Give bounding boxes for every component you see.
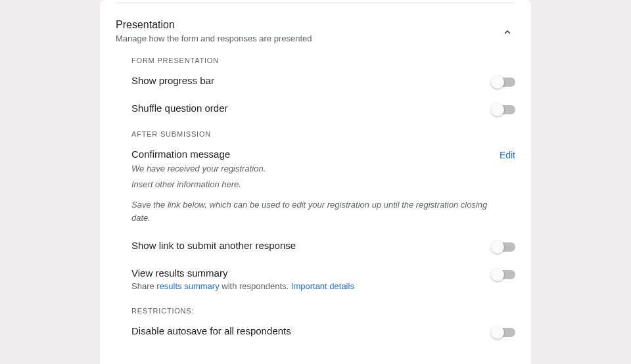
toggle-disable-autosave[interactable]: [493, 328, 515, 337]
setting-label: Disable autosave for all respondents: [131, 325, 482, 336]
setting-text: Show progress bar: [131, 75, 493, 86]
confirmation-message-help: Save the link below, which can be used t…: [131, 198, 489, 224]
divider: [116, 3, 515, 3]
settings-content: FORM PRESENTATION Show progress bar Shuf…: [116, 57, 515, 337]
view-results-description: Share results summary with respondents. …: [131, 281, 482, 291]
category-form-presentation: FORM PRESENTATION: [131, 57, 515, 64]
share-text-part1: Share: [131, 281, 156, 291]
setting-shuffle-question-order: Shuffle question order: [131, 102, 515, 114]
presentation-section-header: Presentation Manage how the form and res…: [116, 19, 515, 43]
setting-text: Show link to submit another response: [131, 240, 493, 251]
confirmation-message-line2: Insert other information here.: [131, 178, 489, 191]
category-restrictions: RESTRICTIONS:: [131, 307, 515, 315]
toggle-show-progress-bar[interactable]: [493, 78, 515, 87]
chevron-up-icon: [502, 26, 513, 38]
setting-show-link-submit-another: Show link to submit another response: [131, 240, 515, 252]
section-subtitle: Manage how the form and responses are pr…: [116, 34, 500, 43]
setting-label: Show progress bar: [131, 75, 482, 86]
setting-label: Show link to submit another response: [131, 240, 482, 251]
setting-text: Shuffle question order: [131, 102, 493, 114]
toggle-show-link-submit-another[interactable]: [493, 242, 515, 252]
setting-label: View results summary: [131, 267, 482, 279]
setting-text: Disable autosave for all respondents: [131, 325, 493, 336]
setting-text: Confirmation message We have received yo…: [131, 148, 500, 224]
edit-confirmation-button[interactable]: Edit: [500, 150, 515, 160]
category-after-submission: AFTER SUBMISSION: [131, 130, 515, 138]
toggle-shuffle-question-order[interactable]: [493, 105, 515, 114]
results-summary-link[interactable]: results summary: [156, 281, 219, 291]
setting-disable-autosave: Disable autosave for all respondents: [131, 325, 515, 337]
setting-view-results-summary: View results summary Share results summa…: [131, 267, 515, 291]
toggle-view-results-summary[interactable]: [493, 270, 515, 279]
important-details-link[interactable]: Important details: [291, 281, 354, 291]
setting-label: Confirmation message: [131, 148, 489, 160]
setting-confirmation-message: Confirmation message We have received yo…: [131, 148, 515, 224]
confirmation-message-line1: We have received your registration.: [131, 162, 489, 175]
setting-show-progress-bar: Show progress bar: [131, 75, 515, 87]
settings-card: Presentation Manage how the form and res…: [100, 0, 531, 364]
setting-label: Shuffle question order: [131, 102, 482, 114]
section-header-text: Presentation Manage how the form and res…: [116, 19, 500, 43]
share-text-part2: with respondents.: [220, 281, 291, 291]
collapse-button[interactable]: [500, 24, 515, 40]
section-title: Presentation: [116, 19, 500, 31]
setting-text: View results summary Share results summa…: [131, 267, 493, 291]
